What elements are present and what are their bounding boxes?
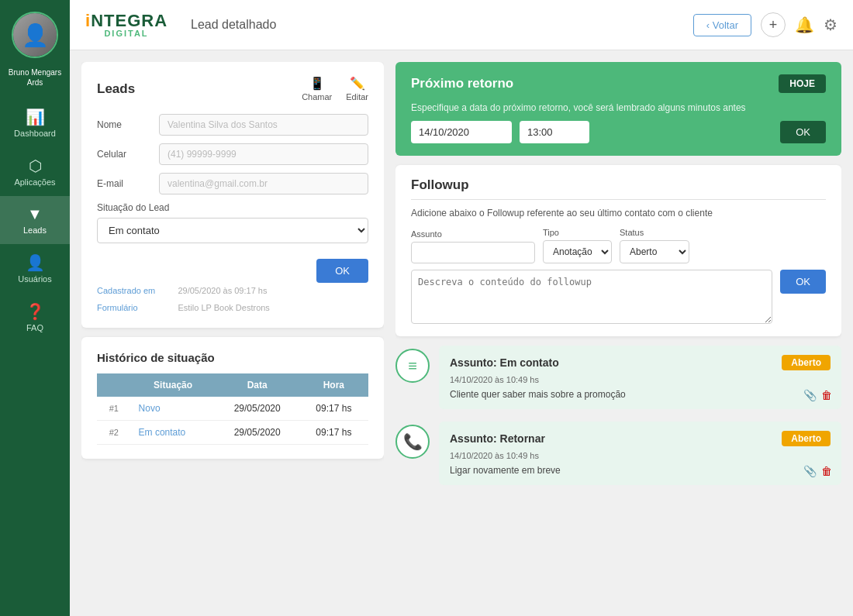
retorno-date-input[interactable]	[411, 121, 512, 143]
celular-label: Celular	[97, 149, 159, 160]
timeline-subject: Assunto: Em contato	[450, 356, 559, 369]
table-row: #2 Em contato 29/05/2020 09:17 hs	[97, 421, 368, 445]
retorno-inputs: OK	[411, 121, 826, 143]
aplicacoes-icon: ⬡	[29, 157, 42, 175]
formulario-label: Formulário	[97, 303, 174, 312]
timeline: ≡ Assunto: Em contato Aberto 14/10/2020 …	[395, 346, 841, 485]
assunto-label: Assunto	[411, 229, 535, 239]
row-data: 29/05/2020	[216, 421, 299, 445]
leads-icon: ▼	[27, 205, 43, 223]
followup-description: Adicione abaixo o Followup referente ao …	[411, 208, 826, 219]
timeline-subject: Assunto: Retornar	[450, 432, 545, 445]
assunto-input[interactable]	[411, 242, 535, 263]
situacao-select[interactable]: Em contato Novo Convertido Perdido	[97, 218, 368, 243]
phone-icon: 📱	[309, 76, 325, 91]
table-row: #1 Novo 29/05/2020 09:17 hs	[97, 397, 368, 421]
hoje-button[interactable]: HOJE	[779, 74, 826, 93]
celular-row: Celular	[97, 143, 368, 165]
retorno-ok-button[interactable]: OK	[780, 121, 826, 143]
tipo-select[interactable]: Anotação Ligação E-mail Reunião	[543, 240, 612, 263]
timeline-meta: 14/10/2020 às 10:49 hs	[450, 451, 831, 460]
situacao-label: Situação do Lead	[97, 202, 368, 213]
row-hora: 09:17 hs	[299, 421, 368, 445]
header: iNTEGRA DIGITAL Lead detalhado ‹ Voltar …	[70, 0, 853, 50]
retorno-header: Próximo retorno HOJE	[411, 74, 826, 93]
followup-ok-button[interactable]: OK	[780, 270, 826, 294]
status-field: Status Aberto Fechado Pendente	[620, 228, 689, 263]
followup-textarea[interactable]	[411, 270, 772, 324]
editar-button[interactable]: ✏️ Editar	[346, 76, 368, 102]
nome-input[interactable]	[159, 114, 368, 136]
status-label: Status	[620, 228, 689, 237]
timeline-icon: 📞	[395, 425, 430, 459]
sidebar-item-aplicacoes[interactable]: ⬡ Aplicações	[0, 147, 70, 196]
usuarios-icon: 👤	[26, 253, 45, 272]
row-num: #2	[97, 421, 131, 445]
cadastrado-label: Cadastrado em	[97, 286, 174, 295]
delete-icon[interactable]: 🗑	[821, 465, 832, 477]
attach-icon[interactable]: 📎	[803, 389, 817, 401]
sidebar-item-faq[interactable]: ❓ FAQ	[0, 293, 70, 342]
leads-card-title: Leads	[97, 81, 135, 97]
nome-row: Nome	[97, 114, 368, 136]
main-content: iNTEGRA DIGITAL Lead detalhado ‹ Voltar …	[70, 0, 853, 616]
timeline-content: Assunto: Retornar Aberto 14/10/2020 às 1…	[439, 422, 841, 485]
sidebar-item-label: FAQ	[26, 323, 43, 332]
chamar-label: Chamar	[302, 92, 332, 102]
email-label: E-mail	[97, 178, 159, 189]
sidebar-item-label: Usuários	[18, 274, 51, 284]
status-badge: Aberto	[782, 431, 831, 446]
page-body: Leads 📱 Chamar ✏️ Editar Nome	[70, 50, 853, 616]
timeline-actions: 📎 🗑	[803, 465, 832, 477]
retorno-description: Especifique a data do próximo retorno, v…	[411, 102, 826, 113]
logo-area: iNTEGRA DIGITAL	[85, 12, 167, 38]
email-row: E-mail	[97, 173, 368, 194]
settings-icon[interactable]: ⚙	[824, 15, 837, 34]
row-situacao: Em contato	[131, 421, 216, 445]
delete-icon[interactable]: 🗑	[821, 389, 832, 401]
add-button[interactable]: +	[761, 12, 786, 37]
timeline-icon: ≡	[395, 349, 430, 383]
left-panel: Leads 📱 Chamar ✏️ Editar Nome	[81, 62, 384, 604]
email-input[interactable]	[159, 173, 368, 194]
row-data: 29/05/2020	[216, 397, 299, 421]
timeline-meta: 14/10/2020 às 10:49 hs	[450, 375, 831, 384]
timeline-item: ≡ Assunto: Em contato Aberto 14/10/2020 …	[395, 346, 841, 409]
meta-cadastrado: Cadastrado em 29/05/2020 às 09:17 hs	[97, 283, 368, 297]
leads-card-header: Leads 📱 Chamar ✏️ Editar	[97, 76, 368, 102]
retorno-time-input[interactable]	[520, 121, 589, 143]
status-select[interactable]: Aberto Fechado Pendente	[620, 240, 689, 263]
sidebar-item-dashboard[interactable]: 📊 Dashboard	[0, 98, 70, 147]
history-table: Situação Data Hora #1 Novo 29/05/2020 09…	[97, 373, 368, 445]
chamar-button[interactable]: 📱 Chamar	[302, 76, 332, 102]
faq-icon: ❓	[26, 302, 45, 321]
avatar-image: 👤	[13, 13, 57, 57]
tipo-field: Tipo Anotação Ligação E-mail Reunião	[543, 228, 612, 263]
formulario-value: Estilo LP Book Destrons	[178, 303, 269, 312]
dashboard-icon: 📊	[26, 108, 45, 126]
sidebar: 👤 Bruno Mengars Ards 📊 Dashboard ⬡ Aplic…	[0, 0, 70, 616]
timeline-item: 📞 Assunto: Retornar Aberto 14/10/2020 às…	[395, 422, 841, 485]
voltar-button[interactable]: ‹ Voltar	[693, 14, 751, 36]
timeline-body: Cliente quer saber mais sobre a promoção	[450, 389, 831, 400]
followup-title: Followup	[411, 177, 826, 193]
timeline-content-header: Assunto: Retornar Aberto	[450, 431, 831, 446]
tipo-label: Tipo	[543, 228, 612, 237]
logo-i: i	[85, 11, 91, 30]
celular-input[interactable]	[159, 143, 368, 165]
notification-icon[interactable]: 🔔	[795, 15, 814, 34]
sidebar-item-usuarios[interactable]: 👤 Usuários	[0, 244, 70, 293]
timeline-content-header: Assunto: Em contato Aberto	[450, 355, 831, 370]
sidebar-item-label: Leads	[23, 225, 47, 235]
ok-button[interactable]: OK	[316, 259, 368, 283]
avatar: 👤	[12, 12, 58, 58]
followup-card: Followup Adicione abaixo o Followup refe…	[395, 165, 841, 336]
status-badge: Aberto	[782, 355, 831, 370]
page-title: Lead detalhado	[191, 18, 276, 32]
cadastrado-value: 29/05/2020 às 09:17 hs	[178, 286, 267, 295]
edit-icon: ✏️	[350, 76, 365, 91]
attach-icon[interactable]: 📎	[803, 465, 817, 477]
row-situacao: Novo	[131, 397, 216, 421]
sidebar-item-leads[interactable]: ▼ Leads	[0, 196, 70, 244]
row-num: #1	[97, 397, 131, 421]
